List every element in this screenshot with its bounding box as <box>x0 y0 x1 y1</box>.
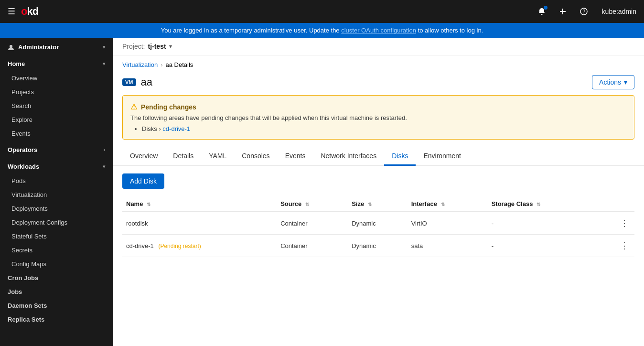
svg-text:?: ? <box>582 9 585 14</box>
sidebar-item-jobs[interactable]: Jobs <box>0 285 113 299</box>
tab-consoles[interactable]: Consoles <box>234 147 277 166</box>
cell-name-cd-drive-1: cd-drive-1 (Pending restart) <box>122 235 277 257</box>
vm-badge: VM <box>122 78 136 86</box>
add-disk-button[interactable]: Add Disk <box>122 173 164 189</box>
sidebar-admin-header[interactable]: Administrator ▾ <box>0 38 113 54</box>
cell-interface-cd-drive-1: sata <box>408 235 488 257</box>
pending-changes-title: ⚠ Pending changes <box>130 102 626 111</box>
cell-name-rootdisk: rootdisk <box>122 212 277 235</box>
col-source-sort-icon[interactable]: ⇅ <box>305 202 309 207</box>
col-storage-class-sort-icon[interactable]: ⇅ <box>537 202 540 207</box>
sidebar-item-replica-sets[interactable]: Replica Sets <box>0 313 113 326</box>
project-label: Project: <box>122 43 145 50</box>
pending-changes-description: The following areas have pending changes… <box>130 114 626 121</box>
oauth-config-link[interactable]: cluster OAuth configuration <box>341 27 416 34</box>
col-name-sort-icon[interactable]: ⇅ <box>147 202 150 207</box>
col-interface: Interface ⇅ <box>408 196 488 212</box>
table-header: Name ⇅ Source ⇅ Size ⇅ Interface ⇅ <box>122 196 634 212</box>
notifications-icon[interactable] <box>535 5 548 18</box>
app-logo: okd <box>21 5 38 18</box>
pending-changes-banner: ⚠ Pending changes The following areas ha… <box>122 95 634 140</box>
cell-size-cd-drive-1: Dynamic <box>348 235 408 257</box>
pending-item-link[interactable]: cd-drive-1 <box>162 125 190 132</box>
sidebar-item-config-maps[interactable]: Config Maps <box>0 257 113 271</box>
topnav-icons: ? kube:admin <box>535 5 636 18</box>
sidebar-item-stateful-sets[interactable]: Stateful Sets <box>0 229 113 243</box>
cell-storage-class-rootdisk: - <box>488 212 597 235</box>
col-interface-sort-icon[interactable]: ⇅ <box>441 202 445 207</box>
sidebar-item-pods[interactable]: Pods <box>0 174 113 188</box>
user-menu[interactable]: kube:admin <box>602 8 636 15</box>
tab-overview[interactable]: Overview <box>122 147 165 166</box>
top-navigation: ☰ okd ? kube:admin <box>0 0 644 23</box>
page-title: aa <box>141 76 152 88</box>
operators-chevron: › <box>104 147 105 152</box>
sidebar-home-header[interactable]: Home ▾ <box>0 54 113 71</box>
sidebar-workloads-header[interactable]: Workloads ▾ <box>0 157 113 174</box>
cell-source-cd-drive-1: Container <box>277 235 348 257</box>
sidebar-admin-label: Administrator <box>8 43 59 51</box>
breadcrumb: Virtualization › aa Details <box>113 55 644 71</box>
row-actions-button-cd-drive-1[interactable]: ⋮ <box>618 240 631 251</box>
pending-restart-badge: (Pending restart) <box>158 243 201 249</box>
tab-events[interactable]: Events <box>278 147 313 166</box>
sidebar-item-overview[interactable]: Overview <box>0 71 113 85</box>
sidebar-item-explore[interactable]: Explore <box>0 113 113 127</box>
tabs-bar: Overview Details YAML Consoles Events Ne… <box>113 147 644 166</box>
sidebar-operators-label: Operators <box>8 146 37 153</box>
notification-badge <box>544 6 547 10</box>
sidebar-operators-header[interactable]: Operators › <box>0 141 113 157</box>
sidebar-item-cron-jobs[interactable]: Cron Jobs <box>0 271 113 285</box>
actions-chevron-icon: ▾ <box>624 78 627 86</box>
cd-drive-name: cd-drive-1 <box>126 242 154 249</box>
logo-text: okd <box>21 5 38 18</box>
info-banner: You are logged in as a temporary adminis… <box>0 23 644 38</box>
col-interface-label: Interface <box>411 200 437 207</box>
hamburger-menu[interactable]: ☰ <box>8 6 15 17</box>
banner-text-before: You are logged in as a temporary adminis… <box>161 27 341 34</box>
pending-item-prefix: Disks <box>142 125 157 132</box>
sidebar-item-deployment-configs[interactable]: Deployment Configs <box>0 216 113 229</box>
col-size: Size ⇅ <box>348 196 408 212</box>
sidebar-item-virtualization[interactable]: Virtualization <box>0 188 113 202</box>
cell-size-rootdisk: Dynamic <box>348 212 408 235</box>
tab-details[interactable]: Details <box>165 147 201 166</box>
plus-icon[interactable] <box>556 5 569 18</box>
project-dropdown-button[interactable]: ▾ <box>169 43 172 50</box>
banner-text-after: to allow others to log in. <box>416 27 483 34</box>
home-chevron: ▾ <box>103 61 105 66</box>
tab-network-interfaces[interactable]: Network Interfaces <box>313 147 384 166</box>
col-size-sort-icon[interactable]: ⇅ <box>368 202 372 207</box>
sidebar-item-secrets[interactable]: Secrets <box>0 243 113 257</box>
table-body: rootdisk Container Dynamic VirtIO - ⋮ cd… <box>122 212 634 257</box>
table-header-row: Name ⇅ Source ⇅ Size ⇅ Interface ⇅ <box>122 196 634 212</box>
cell-source-rootdisk: Container <box>277 212 348 235</box>
project-name: tj-test <box>148 43 166 50</box>
workloads-chevron: ▾ <box>103 164 105 169</box>
help-icon[interactable]: ? <box>577 5 590 18</box>
sidebar-item-search[interactable]: Search <box>0 99 113 113</box>
tab-environment[interactable]: Environment <box>416 147 469 166</box>
pending-changes-label: Pending changes <box>141 103 196 111</box>
table-row: cd-drive-1 (Pending restart) Container D… <box>122 235 634 257</box>
sidebar-item-daemon-sets[interactable]: Daemon Sets <box>0 299 113 313</box>
breadcrumb-parent[interactable]: Virtualization <box>122 61 158 68</box>
cell-actions-rootdisk: ⋮ <box>597 212 634 235</box>
main-layout: Administrator ▾ Home ▾ Overview Projects… <box>0 38 644 346</box>
add-disk-row: Add Disk <box>113 173 644 196</box>
actions-button[interactable]: Actions ▾ <box>592 75 634 89</box>
row-actions-button-rootdisk[interactable]: ⋮ <box>618 218 631 228</box>
sidebar-item-projects[interactable]: Projects <box>0 85 113 99</box>
admin-chevron: ▾ <box>103 44 105 50</box>
col-storage-class-label: Storage Class <box>492 200 533 207</box>
project-bar: Project: tj-test ▾ <box>113 38 644 55</box>
sidebar-item-deployments[interactable]: Deployments <box>0 202 113 216</box>
sidebar: Administrator ▾ Home ▾ Overview Projects… <box>0 38 113 346</box>
sidebar-workloads-label: Workloads <box>8 163 39 170</box>
disks-table: Name ⇅ Source ⇅ Size ⇅ Interface ⇅ <box>122 196 634 257</box>
logo-kd: kd <box>27 5 38 17</box>
tab-disks[interactable]: Disks <box>384 147 416 166</box>
warning-icon: ⚠ <box>130 102 137 111</box>
sidebar-item-events[interactable]: Events <box>0 127 113 141</box>
tab-yaml[interactable]: YAML <box>201 147 234 166</box>
